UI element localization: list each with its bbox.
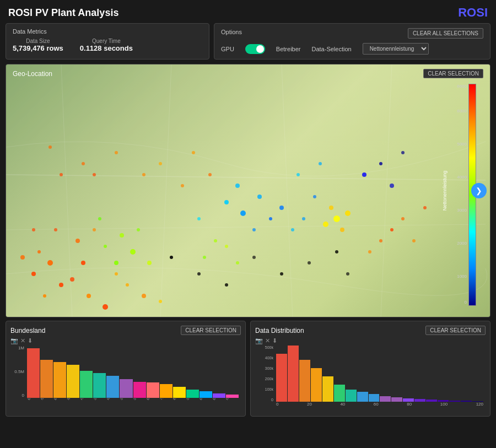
bundesland-clear-button[interactable]: CLEAR SELECTION (181, 326, 241, 335)
data-distribution-header: Data Distribution CLEAR SELECTION (255, 326, 486, 335)
bar-sh (120, 379, 132, 398)
svg-point-48 (308, 261, 311, 265)
data-selection-label: Data-Selection (311, 46, 351, 52)
svg-point-54 (329, 206, 333, 210)
data-metrics-title: Data Metrics (13, 28, 202, 35)
svg-point-18 (32, 228, 35, 231)
dist-bar-3 (299, 360, 310, 402)
svg-point-67 (401, 217, 405, 220)
bar-hamburg (226, 395, 239, 398)
dist-camera-icon[interactable]: 📷 (255, 337, 263, 344)
svg-point-45 (225, 283, 228, 287)
svg-point-78 (203, 256, 206, 259)
bottom-panels: Bundesland CLEAR SELECTION 📷 ✕ ⬇ 1M 0.5M… (0, 321, 496, 421)
svg-point-69 (423, 206, 427, 209)
app-logo: ROSI (458, 6, 488, 20)
distribution-chart-icons: 📷 ✕ ⬇ (255, 337, 486, 344)
geo-section-title: Geo-Location (13, 70, 52, 78)
svg-point-56 (181, 184, 184, 187)
bundesland-chart: 1M 0.5M 0 (10, 346, 241, 412)
data-distribution-tools: CLEAR SELECTION (425, 326, 486, 335)
dist-bar-6 (334, 385, 345, 402)
clear-all-button[interactable]: CLEAR ALL SELECTIONS (408, 28, 483, 39)
dist-bar-5 (322, 376, 333, 402)
data-selection-dropdown[interactable]: Nettonennleistung Leistung Alter (363, 43, 429, 55)
svg-point-36 (252, 228, 256, 231)
camera-icon[interactable]: 📷 (10, 337, 18, 344)
bar-mv (173, 387, 186, 398)
gpu-toggle[interactable] (245, 44, 265, 54)
tick-6000: 6000 (457, 109, 467, 114)
svg-point-58 (192, 151, 195, 154)
tick-5000: 5000 (457, 142, 467, 147)
svg-point-74 (115, 151, 118, 154)
svg-point-39 (362, 172, 366, 177)
map-dots-svg (6, 64, 490, 317)
svg-point-13 (103, 304, 108, 310)
dist-bar-1 (276, 354, 287, 402)
dist-close-icon[interactable]: ✕ (265, 337, 270, 344)
svg-point-49 (335, 250, 338, 253)
svg-point-76 (48, 145, 52, 149)
svg-point-66 (390, 228, 393, 231)
options-controls: GPU Betreiber Data-Selection Nettonennle… (221, 43, 483, 55)
tick-2000: 2000 (457, 241, 467, 246)
metrics-row: Data Size 5,739,476 rows Query Time 0.11… (13, 38, 202, 52)
bar-rlp (106, 376, 119, 398)
svg-point-73 (82, 162, 85, 165)
bar-bremen (213, 393, 225, 398)
betreiber-label: Betreiber (276, 46, 301, 52)
geo-section: Geo-Location CLEAR SELECTION 📷 + ⊡ ⌂ (0, 64, 496, 321)
distribution-clear-button[interactable]: CLEAR SELECTION (425, 326, 486, 335)
svg-point-71 (368, 250, 371, 253)
distribution-x-labels: 0 20 40 60 80 100 120 (276, 402, 483, 412)
map-container: Geo-Location CLEAR SELECTION 📷 + ⊡ ⌂ (6, 64, 490, 317)
options-panel: Options CLEAR ALL SELECTIONS GPU Betreib… (214, 23, 490, 60)
svg-point-64 (296, 173, 300, 176)
map-nav-arrow[interactable]: ❯ (471, 183, 487, 198)
map-background[interactable] (6, 64, 490, 317)
svg-point-70 (379, 239, 382, 242)
bar-bayern (27, 348, 40, 398)
bar-berlin (200, 391, 212, 398)
tick-6600: 6600 (457, 84, 467, 89)
data-distribution-panel: Data Distribution CLEAR SELECTION 📷 ✕ ⬇ … (250, 321, 490, 417)
bundesland-bars (27, 346, 239, 398)
distribution-y-axis: 500k 400k 300k 200k 100k 0 (255, 346, 275, 402)
top-panels: Data Metrics Data Size 5,739,476 rows Qu… (0, 23, 496, 64)
tick-1000: 1000 (457, 274, 467, 279)
query-time-metric: Query Time 0.1128 seconds (80, 38, 133, 52)
svg-point-79 (225, 245, 228, 248)
svg-point-7 (47, 260, 53, 266)
svg-point-27 (104, 245, 107, 248)
dist-bar-9 (369, 394, 380, 402)
data-distribution-title: Data Distribution (255, 327, 304, 334)
svg-point-59 (159, 162, 162, 165)
bundesland-x-labels: Bayern Nied. B-W NRW Hess. Sach. RLP S-H… (27, 398, 239, 412)
svg-point-28 (120, 233, 124, 238)
svg-point-9 (43, 294, 46, 298)
svg-point-60 (142, 173, 145, 176)
geo-clear-button[interactable]: CLEAR SELECTION (423, 69, 483, 78)
distribution-bars (276, 346, 483, 402)
bar-hessen (80, 371, 93, 398)
svg-point-77 (214, 239, 217, 242)
svg-point-23 (81, 261, 85, 265)
svg-point-72 (93, 173, 96, 176)
dist-download-icon[interactable]: ⬇ (272, 337, 277, 344)
dist-bar-4 (311, 368, 322, 402)
svg-point-40 (379, 162, 382, 165)
close-icon[interactable]: ✕ (20, 337, 25, 344)
bar-sah (133, 382, 146, 398)
bar-sachsen (93, 373, 106, 398)
tick-3000: 3000 (457, 208, 467, 213)
svg-point-57 (208, 173, 212, 176)
svg-point-17 (93, 228, 96, 231)
data-size-metric: Data Size 5,739,476 rows (13, 38, 63, 52)
bar-nrw (67, 365, 79, 398)
data-metrics-panel: Data Metrics Data Size 5,739,476 rows Qu… (6, 23, 209, 60)
svg-point-34 (269, 217, 272, 220)
svg-point-47 (280, 272, 283, 276)
svg-point-68 (412, 239, 416, 242)
download-icon[interactable]: ⬇ (28, 337, 33, 344)
